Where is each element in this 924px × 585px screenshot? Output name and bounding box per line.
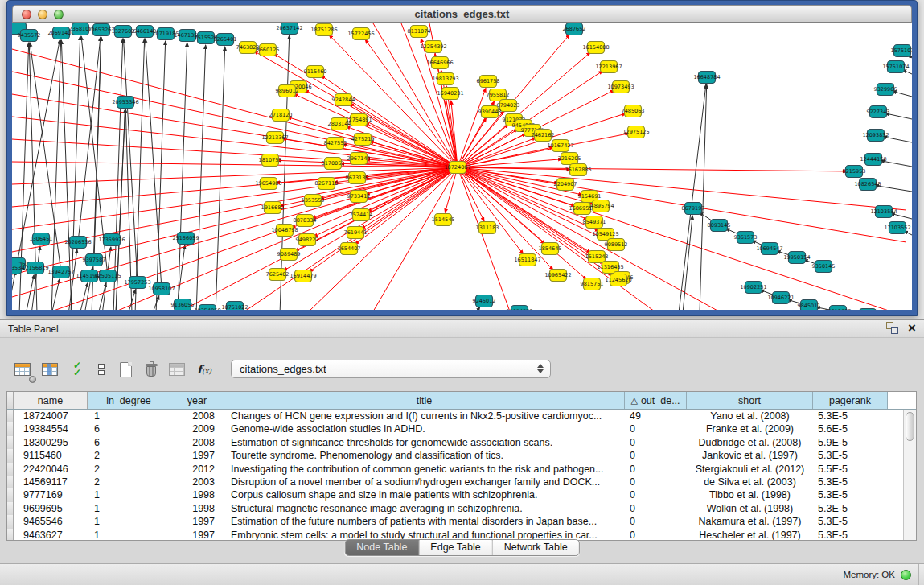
cell-in-degree[interactable]: 1: [88, 515, 170, 528]
cell-name[interactable]: 9699695: [14, 502, 88, 515]
table-vertical-scrollbar[interactable]: [903, 410, 916, 540]
cell-name[interactable]: 9115460: [14, 449, 88, 462]
cell-title[interactable]: Estimation of the future numbers of pati…: [224, 515, 625, 528]
cell-pagerank[interactable]: 5.6E-5: [813, 422, 888, 435]
table-row[interactable]: 977716911998Corpus callosum shape and si…: [7, 488, 916, 501]
table-row[interactable]: 2242004622012Investigating the contribut…: [7, 463, 916, 476]
float-panel-icon[interactable]: [886, 322, 898, 334]
cell-pagerank[interactable]: 5.3E-5: [813, 529, 888, 541]
citation-edge-red[interactable]: [12, 167, 458, 229]
cell-in-degree[interactable]: 1: [88, 529, 170, 541]
cell-title[interactable]: Structural magnetic resonance image aver…: [224, 502, 625, 515]
cell-name[interactable]: 22420046: [14, 463, 88, 476]
cell-short[interactable]: Hescheler et al. (1997): [687, 529, 813, 541]
cell-name[interactable]: 18724007: [14, 410, 88, 422]
cell-in-degree[interactable]: 6: [88, 436, 170, 449]
cell-pagerank[interactable]: 5.3E-5: [813, 410, 888, 422]
cell-short[interactable]: Wolkin et al. (1998): [687, 502, 813, 515]
tab-network-table[interactable]: Network Table: [493, 540, 579, 555]
cell-out-de-[interactable]: 0: [625, 476, 687, 488]
cell-title[interactable]: Disruption of a novel member of a sodium…: [224, 476, 625, 488]
cell-short[interactable]: Jankovic et al. (1997): [687, 449, 813, 462]
cell-out-de-[interactable]: 49: [625, 410, 687, 422]
cell-out-de-[interactable]: 0: [625, 422, 687, 435]
citation-edge-red[interactable]: [458, 159, 562, 167]
column-header-name[interactable]: name: [14, 392, 88, 409]
function-builder-icon[interactable]: f(x): [193, 358, 216, 381]
window-titlebar[interactable]: citations_edges.txt: [12, 5, 912, 23]
cell-pagerank[interactable]: 5.5E-5: [813, 463, 888, 476]
cell-title[interactable]: Genome-wide association studies in ADHD.: [224, 422, 625, 435]
scrollbar-thumb[interactable]: [906, 412, 914, 441]
citation-edge-red[interactable]: [458, 167, 847, 171]
cell-out-de-[interactable]: 0: [625, 529, 687, 541]
cell-name[interactable]: 9777169: [14, 488, 88, 501]
citation-edge-black[interactable]: [178, 43, 187, 310]
cell-title[interactable]: Changes of HCN gene expression and I(f) …: [224, 410, 625, 422]
cell-pagerank[interactable]: 5.9E-5: [813, 436, 888, 449]
graph-node-teal[interactable]: [860, 309, 877, 311]
cell-in-degree[interactable]: 2: [88, 449, 170, 462]
tab-edge-table[interactable]: Edge Table: [419, 540, 492, 555]
new-table-icon[interactable]: [114, 358, 137, 381]
cell-year[interactable]: 2003: [170, 476, 224, 488]
cell-year[interactable]: 1998: [170, 488, 224, 501]
cell-name[interactable]: 9463627: [14, 529, 88, 541]
cell-in-degree[interactable]: 1: [88, 488, 170, 501]
cell-in-degree[interactable]: 1: [88, 410, 170, 422]
cell-name[interactable]: 18300295: [14, 436, 88, 449]
cell-short[interactable]: de Silva et al. (2003): [687, 476, 813, 488]
cell-short[interactable]: Tibbo et al. (1998): [687, 488, 813, 501]
citation-edge-red[interactable]: [12, 117, 458, 167]
cell-year[interactable]: 1998: [170, 502, 224, 515]
table-row[interactable]: 911546021997Tourette syndrome. Phenomeno…: [7, 449, 916, 462]
tab-node-table[interactable]: Node Table: [345, 540, 419, 555]
cell-year[interactable]: 1997: [170, 515, 224, 528]
network-canvas[interactable]: 9435572206914062368107106532671327602646…: [12, 23, 912, 310]
citation-edge-red[interactable]: [12, 94, 458, 167]
cell-year[interactable]: 2009: [170, 422, 224, 435]
table-row[interactable]: 946554611997Estimation of the future num…: [7, 515, 916, 528]
citation-edge-red[interactable]: [12, 167, 458, 274]
cell-title[interactable]: Estimation of significance thresholds fo…: [224, 436, 625, 449]
column-header-in-degree[interactable]: in_degree: [88, 392, 170, 409]
cell-pagerank[interactable]: 5.3E-5: [813, 449, 888, 462]
cell-year[interactable]: 2008: [170, 436, 224, 449]
cell-year[interactable]: 2008: [170, 410, 224, 422]
cell-short[interactable]: Nakamura et al. (1997): [687, 515, 813, 528]
citation-edge-black[interactable]: [216, 47, 225, 310]
citation-edge-black[interactable]: [700, 84, 707, 310]
cell-title[interactable]: Investigating the contribution of common…: [224, 463, 625, 476]
select-all-columns-icon[interactable]: ✓✓: [66, 358, 88, 381]
cell-pagerank[interactable]: 5.3E-5: [813, 488, 888, 501]
citation-edge-black[interactable]: [679, 84, 706, 310]
cell-out-de-[interactable]: 0: [625, 515, 687, 528]
column-header-year[interactable]: year: [170, 392, 224, 409]
cell-year[interactable]: 1997: [170, 449, 224, 462]
cell-short[interactable]: Yano et al. (2008): [687, 410, 813, 422]
column-header-short[interactable]: short: [687, 392, 813, 409]
cell-in-degree[interactable]: 1: [88, 502, 170, 515]
citation-edge-red[interactable]: [12, 49, 458, 167]
table-selector-dropdown[interactable]: citations_edges.txt: [231, 360, 551, 378]
table-row[interactable]: 1938455462009Genome-wide association stu…: [7, 422, 916, 435]
cell-out-de-[interactable]: 0: [625, 449, 687, 462]
column-header-title[interactable]: title: [224, 392, 625, 409]
table-row[interactable]: 1872400712008Changes of HCN gene express…: [7, 410, 916, 422]
cell-in-degree[interactable]: 2: [88, 463, 170, 476]
citation-edge-black[interactable]: [94, 37, 101, 260]
cell-out-de-[interactable]: 0: [625, 502, 687, 515]
unselect-all-columns-icon[interactable]: [90, 358, 113, 381]
citation-network-graph[interactable]: 9435572206914062368107106532671327602646…: [12, 23, 912, 310]
cell-in-degree[interactable]: 2: [88, 476, 170, 488]
cell-name[interactable]: 19384554: [14, 422, 88, 435]
citation-edge-black[interactable]: [152, 295, 159, 310]
cell-pagerank[interactable]: 5.3E-5: [813, 515, 888, 528]
citation-edge-red[interactable]: [458, 167, 906, 210]
cell-name[interactable]: 9465546: [14, 515, 88, 528]
show-columns-icon[interactable]: [39, 358, 61, 381]
citation-edge-black[interactable]: [12, 271, 15, 310]
delete-table-icon[interactable]: [140, 358, 162, 381]
cell-short[interactable]: Stergiakouli et al. (2012): [687, 463, 813, 476]
cell-year[interactable]: 1997: [170, 529, 224, 541]
